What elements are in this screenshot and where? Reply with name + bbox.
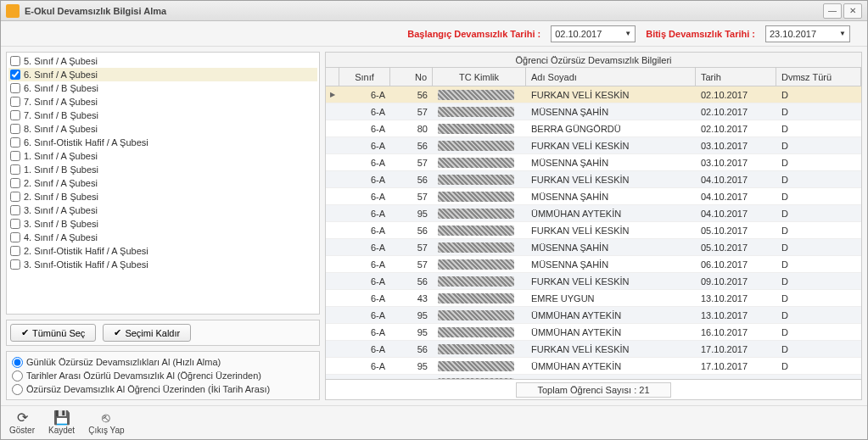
radio-opt-1[interactable]: Günlük Özürsüz Devamsızlıkları Al (Hızlı… (12, 355, 314, 369)
cell-no: 57 (390, 259, 433, 270)
cell-tarih: 04.10.2017 (696, 209, 776, 219)
cell-tarih: 13.10.2017 (696, 310, 776, 320)
end-date-value: 23.10.2017 (770, 29, 816, 39)
tc-redacted (438, 124, 514, 134)
grid-footer: Toplam Öğrenci Sayısı : 21 (326, 379, 861, 399)
col-header-no[interactable]: No (390, 68, 433, 86)
col-header-ad[interactable]: Adı Soyadı (526, 68, 696, 86)
class-item[interactable]: 1. Sınıf / B Şubesi (8, 163, 317, 176)
class-item[interactable]: 7. Sınıf / A Şubesi (8, 95, 317, 109)
close-button[interactable]: ✕ (843, 3, 862, 19)
select-all-button[interactable]: ✔Tümünü Seç (10, 324, 96, 342)
table-row[interactable]: 6-A57MÜSENNA ŞAHİN03.10.2017D (326, 154, 861, 171)
class-item[interactable]: 3. Sınıf / B Şubesi (8, 217, 317, 231)
tc-redacted (438, 310, 514, 320)
class-item[interactable]: 6. Sınıf / B Şubesi (8, 81, 317, 95)
cell-no: 56 (390, 141, 433, 151)
cell-ad: MÜSENNA ŞAHİN (526, 259, 696, 270)
table-row[interactable]: 6-A57MÜSENNA ŞAHİN02.10.2017D (326, 103, 861, 120)
col-header-sinif[interactable]: Sınıf (339, 68, 390, 86)
row-header-gutter (326, 68, 339, 86)
table-row[interactable]: 6-A56FURKAN VELİ KESKİN04.10.2017D (326, 171, 861, 188)
cell-tur: D (776, 276, 861, 287)
cell-tur: D (776, 226, 861, 236)
grid-title: Öğrenci Özürsüz Devamsızlık Bilgileri (326, 53, 861, 68)
cell-ad: FURKAN VELİ KESKİN (526, 90, 696, 100)
show-button[interactable]: ⟳ Göster (9, 411, 35, 435)
class-label: 3. Sınıf / A Şubesi (24, 205, 98, 215)
table-row[interactable]: 6-A57MÜSENNA ŞAHİN04.10.2017D (326, 188, 861, 205)
class-checkbox[interactable] (10, 246, 20, 256)
exit-button[interactable]: ⎋ Çıkış Yap (88, 411, 124, 435)
radio-opt-3[interactable]: Özürsüz Devamsızlık Al Öğrenci Üzerinden… (12, 382, 314, 396)
class-item[interactable]: 7. Sınıf / B Şubesi (8, 109, 317, 122)
class-checkbox[interactable] (10, 124, 20, 134)
cell-tarih: 05.10.2017 (696, 226, 776, 236)
table-row[interactable]: 6-A56FURKAN VELİ KESKİN03.10.2017D (326, 137, 861, 154)
grid-body[interactable]: ▶6-A56FURKAN VELİ KESKİN02.10.2017D6-A57… (326, 86, 861, 379)
minimize-button[interactable]: — (823, 3, 842, 19)
class-item[interactable]: 2. Sınıf-Otistik Hafif / A Şubesi (8, 244, 317, 258)
tc-redacted (438, 192, 514, 202)
table-row[interactable]: 6-A57MÜSENNA ŞAHİN06.10.2017D (326, 256, 861, 273)
table-row[interactable]: 6-A80BERRA GÜNGÖRDÜ02.10.2017D (326, 120, 861, 137)
tc-redacted (438, 141, 514, 151)
class-item[interactable]: 3. Sınıf / A Şubesi (8, 203, 317, 217)
class-checkbox[interactable] (10, 70, 20, 80)
clear-selection-button[interactable]: ✔Seçimi Kaldır (103, 324, 191, 342)
table-row[interactable]: 6-A95ÜMMÜHAN AYTEKİN16.10.2017D (326, 324, 861, 341)
table-row[interactable]: 6-A43EMRE UYGUN13.10.2017D (326, 290, 861, 307)
class-checkbox[interactable] (10, 56, 20, 66)
class-checkbox[interactable] (10, 83, 20, 93)
class-label: 3. Sınıf / B Şubesi (24, 219, 98, 229)
cell-tarih: 02.10.2017 (696, 107, 776, 117)
table-row[interactable]: ▶6-A56FURKAN VELİ KESKİN02.10.2017D (326, 86, 861, 103)
class-item[interactable]: 6. Sınıf / A Şubesi (8, 68, 317, 81)
class-item[interactable]: 5. Sınıf / A Şubesi (8, 54, 317, 68)
class-checkbox[interactable] (10, 192, 20, 202)
class-item[interactable]: 2. Sınıf / B Şubesi (8, 190, 317, 203)
class-checkbox[interactable] (10, 137, 20, 148)
class-checkbox[interactable] (10, 219, 20, 229)
class-checkbox[interactable] (10, 232, 20, 242)
class-checkbox[interactable] (10, 151, 20, 161)
exit-icon: ⎋ (102, 411, 110, 425)
table-row[interactable]: 6-A95ÜMMÜHAN AYTEKİN17.10.2017D (326, 358, 861, 375)
class-item[interactable]: 6. Sınıf-Otistik Hafif / A Şubesi (8, 136, 317, 149)
class-label: 5. Sınıf / A Şubesi (24, 56, 98, 66)
class-checkbox[interactable] (10, 110, 20, 120)
class-label: 6. Sınıf-Otistik Hafif / A Şubesi (24, 137, 148, 148)
table-row[interactable]: 6-A56FURKAN VELİ KESKİN09.10.2017D (326, 273, 861, 290)
class-checkbox[interactable] (10, 97, 20, 107)
table-row[interactable]: 6-A56FURKAN VELİ KESKİN17.10.2017D (326, 341, 861, 358)
radio-opt-2[interactable]: Tarihler Arası Özürlü Devamsızlık Al (Öğ… (12, 369, 314, 382)
start-date-input[interactable]: 02.10.2017 ▼ (551, 25, 636, 42)
col-header-tc[interactable]: TC Kimlik (433, 68, 526, 86)
cell-no: 80 (390, 124, 433, 134)
class-checkbox[interactable] (10, 205, 20, 215)
cell-tc (433, 226, 526, 236)
class-item[interactable]: 3. Sınıf-Otistik Hafif / A Şubesi (8, 258, 317, 271)
cell-ad: MÜSENNA ŞAHİN (526, 242, 696, 253)
table-row[interactable]: 6-A95ÜMMÜHAN AYTEKİN13.10.2017D (326, 307, 861, 324)
class-item[interactable]: 2. Sınıf / A Şubesi (8, 176, 317, 190)
col-header-tur[interactable]: Dvmsz Türü (776, 68, 861, 86)
class-label: 1. Sınıf / B Şubesi (24, 164, 98, 175)
table-row[interactable]: 6-A95ÜMMÜHAN AYTEKİN04.10.2017D (326, 205, 861, 222)
class-checkbox[interactable] (10, 259, 20, 270)
table-row[interactable]: 6-A57MÜSENNA ŞAHİN05.10.2017D (326, 239, 861, 256)
cell-tc (433, 90, 526, 100)
class-item[interactable]: 8. Sınıf / A Şubesi (8, 122, 317, 136)
class-checkbox[interactable] (10, 164, 20, 175)
cell-no: 56 (390, 226, 433, 236)
table-row[interactable]: 6-A56FURKAN VELİ KESKİN05.10.2017D (326, 222, 861, 239)
col-header-tarih[interactable]: Tarih (696, 68, 776, 86)
class-checkbox[interactable] (10, 178, 20, 188)
cell-tarih: 02.10.2017 (696, 90, 776, 100)
class-list[interactable]: 5. Sınıf / A Şubesi6. Sınıf / A Şubesi6.… (6, 52, 320, 315)
save-button[interactable]: 💾 Kaydet (48, 411, 75, 435)
end-date-input[interactable]: 23.10.2017 ▼ (765, 25, 850, 42)
mode-radio-group: Günlük Özürsüz Devamsızlıkları Al (Hızlı… (6, 351, 320, 400)
class-item[interactable]: 4. Sınıf / A Şubesi (8, 231, 317, 244)
class-item[interactable]: 1. Sınıf / A Şubesi (8, 149, 317, 163)
